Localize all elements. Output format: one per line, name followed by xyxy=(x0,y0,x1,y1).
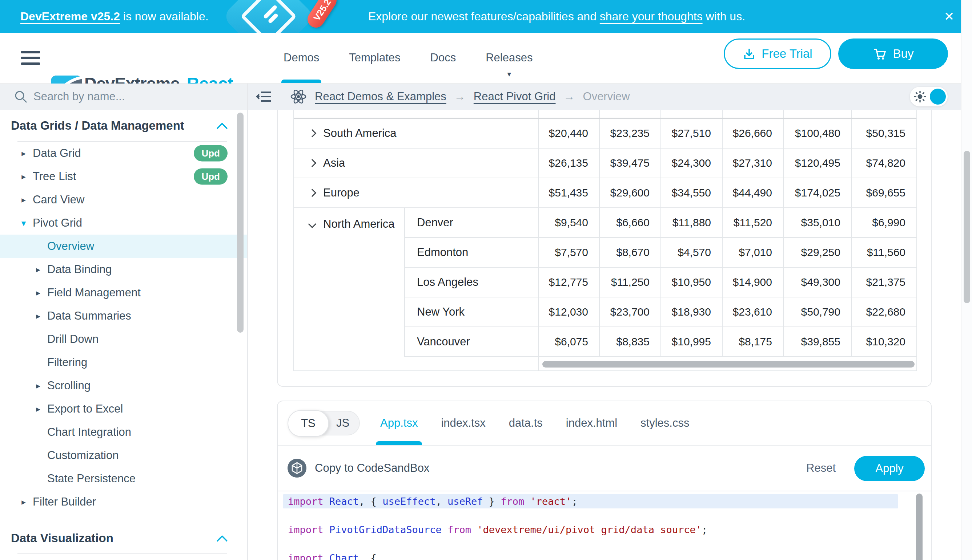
sidebar-item-scrolling[interactable]: ▸Scrolling xyxy=(0,374,247,397)
search-input[interactable] xyxy=(33,90,223,103)
share-your-thoughts-link[interactable]: share your thoughts xyxy=(600,10,703,23)
pivot-row-header-vancouver[interactable]: Vancouver xyxy=(405,327,539,356)
language-toggle[interactable]: TSJS xyxy=(288,411,360,435)
pivot-cell-denver-col1[interactable]: $9,540 xyxy=(539,208,600,237)
pivot-cell-denver-col5[interactable]: $35,010 xyxy=(784,208,852,237)
pivot-cell-denver-col4[interactable]: $11,520 xyxy=(723,208,784,237)
chevron-right-icon[interactable]: ▸ xyxy=(33,288,43,298)
pivot-cell-clipped-col1[interactable] xyxy=(539,110,600,118)
sidebar-item-filtering[interactable]: Filtering xyxy=(0,351,247,374)
page-scrollbar-track[interactable] xyxy=(961,0,972,560)
tab-styles-css[interactable]: styles.css xyxy=(641,401,689,445)
pivot-cell-south-america-col6[interactable]: $50,315 xyxy=(852,119,917,148)
sidebar-item-data-binding[interactable]: ▸Data Binding xyxy=(0,258,247,281)
pivot-horizontal-scrollbar[interactable] xyxy=(542,361,915,368)
pivot-cell-europe-col2[interactable]: $29,600 xyxy=(600,178,661,207)
pivot-cell-edmonton-col1[interactable]: $7,570 xyxy=(539,238,600,267)
code-scrollbar[interactable] xyxy=(916,493,923,560)
pivot-row-header-north-america[interactable]: North America xyxy=(294,208,405,357)
nav-item-docs[interactable]: Docs xyxy=(430,33,457,83)
pivot-cell-vancouver-col1[interactable]: $6,075 xyxy=(539,327,600,356)
pivot-cell-south-america-col2[interactable]: $23,235 xyxy=(600,119,661,148)
pivot-cell-edmonton-col6[interactable]: $11,560 xyxy=(852,238,917,267)
pivot-cell-new-york-col6[interactable]: $22,680 xyxy=(852,297,917,327)
pivot-cell-vancouver-col4[interactable]: $8,175 xyxy=(723,327,784,356)
reset-button[interactable]: Reset xyxy=(806,462,836,475)
pivot-cell-new-york-col4[interactable]: $23,610 xyxy=(723,297,784,327)
pivot-cell-asia-col2[interactable]: $39,475 xyxy=(600,148,661,178)
sidebar-item-pivot-grid[interactable]: ▾Pivot Grid xyxy=(0,212,247,235)
sidebar-item-data-summaries[interactable]: ▸Data Summaries xyxy=(0,304,247,328)
chevron-down-icon[interactable]: ▾ xyxy=(19,218,28,228)
sidebar-item-field-management[interactable]: ▸Field Management xyxy=(0,281,247,304)
pivot-cell-los-angeles-col3[interactable]: $10,950 xyxy=(661,268,723,297)
sidebar-item-customization[interactable]: Customization xyxy=(0,444,247,467)
sidebar-section-data-grids-data-management[interactable]: Data Grids / Data Management xyxy=(0,110,247,142)
copy-to-codesandbox-label[interactable]: Copy to CodeSandBox xyxy=(315,462,429,475)
pivot-cell-asia-col6[interactable]: $74,820 xyxy=(852,148,917,178)
pivot-cell-europe-col1[interactable]: $51,435 xyxy=(539,178,600,207)
sidebar-item-tree-list[interactable]: ▸Tree ListUpd xyxy=(0,165,247,188)
collapse-chevron-icon[interactable] xyxy=(308,220,316,228)
pivot-cell-denver-col2[interactable]: $6,660 xyxy=(600,208,661,237)
expand-chevron-icon[interactable] xyxy=(308,189,316,197)
tab-data-ts[interactable]: data.ts xyxy=(509,401,543,445)
free-trial-button[interactable]: Free Trial xyxy=(724,38,831,69)
pivot-row-header-denver[interactable]: Denver xyxy=(405,208,539,237)
pivot-cell-new-york-col3[interactable]: $18,930 xyxy=(661,297,723,327)
chevron-right-icon[interactable]: ▸ xyxy=(33,311,43,321)
pivot-cell-clipped-col2[interactable] xyxy=(600,110,661,118)
pivot-cell-south-america-col4[interactable]: $26,660 xyxy=(723,119,784,148)
pivot-cell-new-york-col1[interactable]: $12,030 xyxy=(539,297,600,327)
hamburger-menu-icon[interactable] xyxy=(21,51,40,65)
pivot-cell-europe-col5[interactable]: $174,025 xyxy=(784,178,852,207)
pivot-cell-edmonton-col2[interactable]: $8,670 xyxy=(600,238,661,267)
pivot-row-header-new-york[interactable]: New York xyxy=(405,297,539,327)
pivot-cell-asia-col3[interactable]: $24,300 xyxy=(661,148,723,178)
banner-close-icon[interactable]: ✕ xyxy=(938,0,960,33)
sidebar-item-export-to-excel[interactable]: ▸Export to Excel xyxy=(0,397,247,420)
tab-index-tsx[interactable]: index.tsx xyxy=(441,401,485,445)
language-option-ts-selected[interactable]: TS xyxy=(288,410,329,437)
chevron-right-icon[interactable]: ▸ xyxy=(33,381,43,391)
sidebar-item-card-view[interactable]: ▸Card View xyxy=(0,188,247,212)
sidebar-item-data-grid[interactable]: ▸Data GridUpd xyxy=(0,142,247,165)
chevron-right-icon[interactable]: ▸ xyxy=(19,497,28,507)
theme-toggle[interactable] xyxy=(910,87,948,107)
pivot-row-header-europe[interactable]: Europe xyxy=(294,178,539,207)
pivot-row-header-south-america[interactable]: South America xyxy=(294,119,539,148)
pivot-cell-south-america-col3[interactable]: $27,510 xyxy=(661,119,723,148)
pivot-cell-asia-col1[interactable]: $26,135 xyxy=(539,148,600,178)
pivot-cell-new-york-col2[interactable]: $23,700 xyxy=(600,297,661,327)
pivot-cell-vancouver-col5[interactable]: $39,855 xyxy=(784,327,852,356)
pivot-cell-edmonton-col3[interactable]: $4,570 xyxy=(661,238,723,267)
pivot-cell-clipped-col3[interactable] xyxy=(661,110,723,118)
sidebar-scrollbar[interactable] xyxy=(237,113,244,333)
pivot-cell-clipped-col4[interactable] xyxy=(723,110,784,118)
chevron-right-icon[interactable]: ▸ xyxy=(33,265,43,275)
page-scrollbar-thumb[interactable] xyxy=(964,151,970,303)
sidebar-item-drill-down[interactable]: Drill Down xyxy=(0,328,247,351)
pivot-cell-edmonton-col4[interactable]: $7,010 xyxy=(723,238,784,267)
pivot-row-header-asia[interactable]: Asia xyxy=(294,148,539,178)
chevron-right-icon[interactable]: ▸ xyxy=(19,195,28,205)
nav-item-releases[interactable]: Releases▾ xyxy=(485,33,533,83)
pivot-cell-asia-col4[interactable]: $27,310 xyxy=(723,148,784,178)
nav-item-templates[interactable]: Templates xyxy=(348,33,401,83)
sidebar-item-state-persistence[interactable]: State Persistence xyxy=(0,467,247,490)
chevron-right-icon[interactable]: ▸ xyxy=(19,172,28,182)
pivot-cell-new-york-col5[interactable]: $50,790 xyxy=(784,297,852,327)
language-option-js[interactable]: JS xyxy=(327,412,358,435)
pivot-cell-los-angeles-col4[interactable]: $14,900 xyxy=(723,268,784,297)
pivot-cell-los-angeles-col2[interactable]: $11,250 xyxy=(600,268,661,297)
pivot-cell-vancouver-col6[interactable]: $10,320 xyxy=(852,327,917,356)
pivot-cell-south-america-col1[interactable]: $20,440 xyxy=(539,119,600,148)
pivot-cell-europe-col4[interactable]: $44,490 xyxy=(723,178,784,207)
chevron-right-icon[interactable]: ▸ xyxy=(33,404,43,414)
pivot-cell-asia-col5[interactable]: $120,495 xyxy=(784,148,852,178)
sidebar-item-overview[interactable]: Overview xyxy=(0,235,247,258)
pivot-cell-los-angeles-col5[interactable]: $49,300 xyxy=(784,268,852,297)
chevron-up-icon[interactable] xyxy=(216,122,228,133)
expand-chevron-icon[interactable] xyxy=(308,159,316,167)
theme-toggle-knob[interactable] xyxy=(930,88,946,105)
